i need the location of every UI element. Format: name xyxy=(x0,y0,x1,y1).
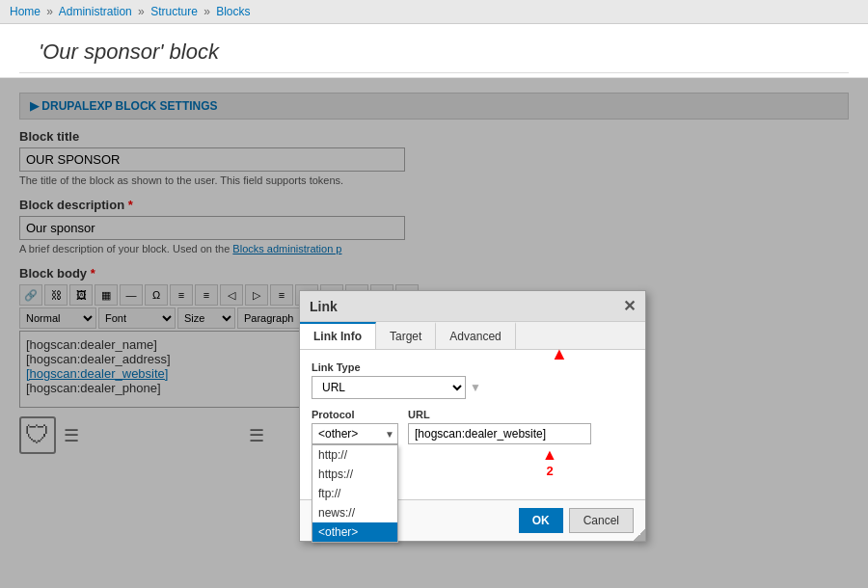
protocol-dropdown: http:// https:// ftp:// news:// <other> xyxy=(312,444,398,543)
breadcrumb-admin[interactable]: Administration xyxy=(59,5,132,18)
protocol-col: Protocol <other> http:// https:// ftp://… xyxy=(312,409,398,478)
modal-title: Link xyxy=(310,299,338,314)
dropdown-other[interactable]: <other> xyxy=(312,522,397,542)
page-title: 'Our sponsor' block xyxy=(19,30,849,73)
ok-button[interactable]: OK xyxy=(519,508,563,533)
dropdown-ftp[interactable]: ftp:// xyxy=(312,484,397,503)
breadcrumb-blocks[interactable]: Blocks xyxy=(216,5,250,18)
protocol-url-row: Protocol <other> http:// https:// ftp://… xyxy=(312,409,634,478)
modal-overlay: Link ✕ Link Info Target Advanced ▲ Link … xyxy=(0,78,868,588)
breadcrumb-home[interactable]: Home xyxy=(10,5,41,18)
modal-body: Link Type URL Link to anchor in the text… xyxy=(300,350,645,499)
protocol-container: <other> http:// https:// ftp:// news:// … xyxy=(312,423,398,444)
cancel-button[interactable]: Cancel xyxy=(569,508,634,533)
link-type-arrow: ▼ xyxy=(470,381,481,394)
tab-advanced[interactable]: Advanced ▲ xyxy=(436,322,515,349)
modal-close-button[interactable]: ✕ xyxy=(623,297,636,315)
arrow3-annotation: ▲ xyxy=(551,344,568,364)
modal-header: Link ✕ xyxy=(300,291,645,322)
arrow2-number: 2 xyxy=(466,464,634,478)
tab-link-info[interactable]: Link Info xyxy=(300,322,376,349)
breadcrumb: Home » Administration » Structure » Bloc… xyxy=(0,0,868,24)
protocol-label: Protocol xyxy=(312,409,398,420)
link-type-label: Link Type xyxy=(312,361,634,373)
tab-target[interactable]: Target xyxy=(376,322,436,349)
url-col: URL ▲ 2 xyxy=(408,409,634,478)
link-type-select[interactable]: URL Link to anchor in the text E-Mail xyxy=(312,376,466,399)
url-label: URL xyxy=(408,409,634,420)
dropdown-https[interactable]: https:// xyxy=(312,465,397,484)
protocol-select[interactable]: <other> http:// https:// ftp:// news:// xyxy=(312,423,398,444)
dropdown-news[interactable]: news:// xyxy=(312,503,397,522)
dropdown-http[interactable]: http:// xyxy=(312,445,397,465)
modal-resize-handle[interactable] xyxy=(634,529,645,541)
link-type-row: Link Type URL Link to anchor in the text… xyxy=(312,361,634,399)
main-content: ▶ DRUPALEXP BLOCK SETTINGS Block title T… xyxy=(0,78,868,588)
url-input[interactable] xyxy=(408,423,591,444)
breadcrumb-structure[interactable]: Structure xyxy=(150,5,198,18)
link-modal: Link ✕ Link Info Target Advanced ▲ Link … xyxy=(299,290,646,542)
arrow2-annotation: ▲ xyxy=(466,446,634,464)
modal-tabs: Link Info Target Advanced ▲ xyxy=(300,322,645,350)
